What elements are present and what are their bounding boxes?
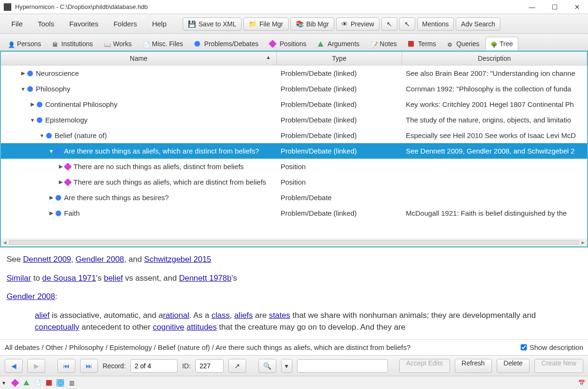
link-gendler-2008-b[interactable]: Gendler 2008 xyxy=(7,292,55,301)
col-type[interactable]: Type xyxy=(277,52,402,65)
tab-arguments[interactable]: Arguments xyxy=(313,37,365,50)
status-dropdown-icon[interactable]: ▾ xyxy=(0,379,8,387)
link-desousa-1971[interactable]: de Sousa 1971 xyxy=(42,274,96,283)
eye-icon: 👁 xyxy=(341,20,348,28)
status-position-icon[interactable] xyxy=(11,379,19,387)
adv-search-button[interactable]: Adv Search xyxy=(456,17,500,31)
accept-edits-button[interactable]: Accept Edits xyxy=(399,359,450,373)
link-dennett-1978b[interactable]: Dennett 1978b xyxy=(179,274,232,283)
tree-row[interactable]: ▶Continental PhilosophyProblem/Debate (l… xyxy=(1,97,587,112)
tab-institutions[interactable]: Institutions xyxy=(47,37,98,50)
link-belief[interactable]: belief xyxy=(104,274,123,283)
link-aliefs[interactable]: aliefs xyxy=(234,311,253,320)
show-description-checkbox[interactable] xyxy=(521,344,527,350)
tree-row[interactable]: ▶FaithProblem/Debate (linked)McDougall 1… xyxy=(1,205,587,221)
node-desc: See Dennett 2009, Gendler 2008, and Schw… xyxy=(402,147,587,155)
tab-queries[interactable]: Queries xyxy=(442,37,484,50)
expander-icon[interactable]: ▼ xyxy=(39,133,45,138)
tree-body[interactable]: ▶NeuroscienceProblem/Debate (linked)See … xyxy=(1,65,587,238)
bib-mgr-button[interactable]: 📚Bib Mgr xyxy=(290,17,334,31)
search-dropdown-button[interactable]: ▾ xyxy=(281,359,292,373)
link-similar[interactable]: Similar xyxy=(7,274,31,283)
pointer-b-button[interactable]: ↖ xyxy=(399,17,415,31)
menu-help[interactable]: Help xyxy=(145,17,173,31)
close-button[interactable]: ✕ xyxy=(570,3,584,11)
link-attitudes[interactable]: attitudes xyxy=(186,323,217,332)
link-alief[interactable]: alief xyxy=(35,311,49,320)
create-new-button[interactable]: Create New xyxy=(534,359,583,373)
expander-icon[interactable]: ▶ xyxy=(57,179,64,185)
tab-notes[interactable]: Notes xyxy=(366,37,403,50)
expander-icon[interactable]: ▶ xyxy=(48,210,55,216)
nav-last-button[interactable]: ⏭ xyxy=(80,359,98,373)
tree-row[interactable]: ▼PhilosophyProblem/Debate (linked)Cornma… xyxy=(1,81,587,97)
scroll-right-icon[interactable]: ▶ xyxy=(579,240,587,245)
tab-problems[interactable]: Problems/Debates xyxy=(189,37,264,50)
tree-row[interactable]: ▶There are no such things as aliefs, dis… xyxy=(1,159,587,174)
preview-button[interactable]: 👁Preview xyxy=(336,17,379,31)
nav-first-button[interactable]: ⏮ xyxy=(57,359,75,373)
col-description[interactable]: Description xyxy=(402,52,587,65)
expander-icon[interactable]: ▶ xyxy=(57,163,64,170)
status-term-icon[interactable] xyxy=(45,379,53,387)
link-states[interactable]: states xyxy=(269,311,290,320)
tree-row[interactable]: ▼EpistemologyProblem/Debate (linked)The … xyxy=(1,112,587,128)
menu-file[interactable]: File xyxy=(5,17,29,31)
goto-button[interactable]: ↗ xyxy=(228,359,246,373)
search-button[interactable]: 🔍 xyxy=(258,359,276,373)
link-dennett-2009[interactable]: Dennett 2009 xyxy=(23,255,71,264)
expander-icon[interactable]: ▶ xyxy=(20,70,26,76)
bottom-toolbar: ◀ ▶ ⏮ ⏭ Record: ID: ↗ 🔍 ▾ Accept Edits R… xyxy=(0,355,588,376)
tree-row[interactable]: ▶NeuroscienceProblem/Debate (linked)See … xyxy=(1,65,587,81)
tab-tree[interactable]: Tree xyxy=(485,37,518,50)
mentions-button[interactable]: Mentions xyxy=(417,17,454,31)
status-web-icon[interactable]: 🌐 xyxy=(56,379,64,387)
link-rational[interactable]: rational xyxy=(163,311,189,320)
file-mgr-button[interactable]: 📁File Mgr xyxy=(243,17,289,31)
tree-row[interactable]: ▶There are such things as aliefs, which … xyxy=(1,174,587,190)
minimize-button[interactable]: — xyxy=(525,3,539,11)
menu-favorites[interactable]: Favorites xyxy=(63,17,105,31)
node-type: Problem/Debate (linked) xyxy=(277,209,402,217)
id-field[interactable] xyxy=(195,359,224,373)
tab-persons[interactable]: Persons xyxy=(3,37,46,50)
expander-icon[interactable]: ▶ xyxy=(29,101,36,107)
pointer-a-button[interactable]: ↖ xyxy=(381,17,397,31)
nav-forward-button[interactable]: ▶ xyxy=(27,359,45,373)
record-field[interactable] xyxy=(130,359,177,373)
menu-tools[interactable]: Tools xyxy=(31,17,61,31)
link-cognitive[interactable]: cognitive xyxy=(153,323,184,332)
tab-works[interactable]: Works xyxy=(99,37,137,50)
nav-back-button[interactable]: ◀ xyxy=(5,359,23,373)
expander-icon[interactable]: ▼ xyxy=(29,117,36,123)
search-field[interactable] xyxy=(297,359,388,373)
tree-row[interactable]: ▶Are there such things as besires?Proble… xyxy=(1,190,587,205)
expander-icon[interactable]: ▼ xyxy=(48,148,55,154)
scroll-left-icon[interactable]: ◀ xyxy=(1,240,9,245)
description-pane[interactable]: See Dennett 2009, Gendler 2008, and Schw… xyxy=(0,247,588,339)
tab-terms[interactable]: Terms xyxy=(403,37,441,50)
refresh-button[interactable]: Refresh xyxy=(455,359,492,373)
save-xml-button[interactable]: 💾Save to XML xyxy=(183,17,242,31)
tab-misc-files[interactable]: Misc. Files xyxy=(138,37,188,50)
status-argument-icon[interactable] xyxy=(23,379,30,387)
link-class[interactable]: class xyxy=(211,311,230,320)
link-gendler-2008[interactable]: Gendler 2008 xyxy=(76,255,124,264)
menu-folders[interactable]: Folders xyxy=(107,17,144,31)
notes-icon xyxy=(371,41,378,47)
expander-icon[interactable]: ▼ xyxy=(20,86,26,92)
status-note-icon[interactable]: 📄 xyxy=(34,379,41,387)
horizontal-scrollbar[interactable]: ◀ ▶ xyxy=(1,238,587,246)
show-description-toggle[interactable]: Show description xyxy=(521,343,583,351)
tree-row[interactable]: ▼Are there such things as aliefs, which … xyxy=(1,143,587,159)
delete-button[interactable]: Delete xyxy=(497,359,530,373)
status-window-icon[interactable]: ▥ xyxy=(68,379,75,387)
link-conceptually[interactable]: conceptually xyxy=(35,323,80,332)
expander-icon[interactable]: ▶ xyxy=(48,194,55,201)
tab-positions[interactable]: Positions xyxy=(265,37,312,50)
col-name[interactable]: Name▲ xyxy=(1,52,277,65)
maximize-button[interactable]: ☐ xyxy=(548,3,562,11)
status-calendar-icon[interactable]: 📅 xyxy=(578,379,585,387)
link-schwitzgebel-2015[interactable]: Schwitzgebel 2015 xyxy=(144,255,211,264)
tree-row[interactable]: ▼Belief (nature of)Problem/Debate (linke… xyxy=(1,128,587,143)
